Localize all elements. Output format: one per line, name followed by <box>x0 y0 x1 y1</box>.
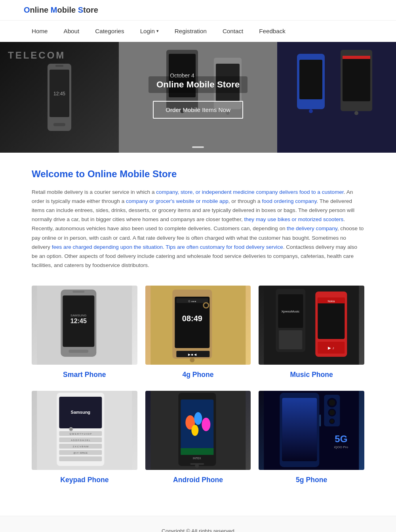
nav-categories[interactable]: Categories <box>87 21 132 42</box>
telecom-text: TELECOM <box>8 50 65 61</box>
main-nav: Home About Categories Login ▾ Registrati… <box>0 21 396 42</box>
hero-title: Online Mobile Store <box>148 76 248 93</box>
nav-home[interactable]: Home <box>24 21 56 42</box>
nav-about[interactable]: About <box>56 21 88 42</box>
main-content: Welcome to Online Mobile Store Retail mo… <box>8 153 388 516</box>
company-website-link[interactable]: company or grocer's website or mobile ap… <box>126 198 228 204</box>
svg-rect-18 <box>343 56 370 101</box>
svg-text:A S D F G H J K L: A S D F G H J K L <box>71 439 90 441</box>
svg-text:@ # ! SPACE: @ # ! SPACE <box>73 452 88 454</box>
samsung-phone-graphic: 12:45 <box>40 62 79 133</box>
svg-rect-25 <box>69 350 88 353</box>
smart-phone-title: Smart Phone <box>32 371 137 379</box>
site-footer: Copyright © All rights reserved <box>0 516 396 532</box>
svg-rect-4 <box>55 65 63 67</box>
music-phone-svg: XpressMusic Nokia ▶ ♪ <box>259 286 364 365</box>
svg-point-38 <box>204 303 208 307</box>
android-phone-image: INTEX <box>145 391 251 470</box>
order-now-button[interactable]: Order Mobile Items Now <box>153 101 243 119</box>
hero-right-graphic <box>277 42 396 153</box>
hero-content: Online Mobile Store Order Mobile Items N… <box>148 76 248 119</box>
svg-text:Nokia: Nokia <box>328 300 335 303</box>
svg-rect-19 <box>343 56 370 59</box>
4g-phone-svg: 08:49 G ●●● ▶ ■ ◀ <box>145 286 251 365</box>
svg-point-69 <box>194 412 202 425</box>
svg-text:Z X C V B N M: Z X C V B N M <box>73 445 88 448</box>
slider-indicator[interactable] <box>192 146 204 148</box>
chevron-down-icon: ▾ <box>156 28 159 34</box>
4g-phone-card: 08:49 G ●●● ▶ ■ ◀ 4g Phone <box>145 286 251 379</box>
svg-text:iQOO Pro: iQOO Pro <box>334 445 348 449</box>
svg-text:12:45: 12:45 <box>53 91 65 97</box>
svg-point-16 <box>309 109 313 113</box>
svg-point-36 <box>190 358 194 362</box>
company-link[interactable]: company, store, or independent medicine … <box>156 189 344 195</box>
5g-phone-card: 5G iQOO Pro 5g Phone <box>259 391 364 484</box>
svg-text:5G: 5G <box>335 434 348 444</box>
svg-point-71 <box>191 425 198 436</box>
svg-rect-89 <box>320 415 321 426</box>
svg-point-20 <box>354 111 358 115</box>
nav-login[interactable]: Login ▾ <box>132 21 167 42</box>
svg-text:G ●●●: G ●●● <box>188 300 196 303</box>
svg-point-86 <box>330 419 334 423</box>
svg-text:Samsung: Samsung <box>71 410 91 415</box>
svg-rect-13 <box>277 42 396 153</box>
smart-phone-card: 12:45 SAMSUNG Smart Phone <box>32 286 137 379</box>
svg-rect-15 <box>299 60 322 99</box>
svg-point-64 <box>70 428 72 430</box>
keypad-phone-title: Keypad Phone <box>32 476 137 484</box>
music-phone-title: Music Phone <box>259 371 364 379</box>
nav-registration[interactable]: Registration <box>167 21 215 42</box>
android-phone-title: Android Phone <box>145 476 251 484</box>
5g-phone-svg: 5G iQOO Pro <box>259 391 364 470</box>
svg-point-84 <box>329 410 335 415</box>
keypad-phone-svg: Samsung Q W E R T Y U I O P A S D F G H … <box>32 391 137 470</box>
hero-right-panel <box>277 42 396 153</box>
food-ordering-link[interactable]: food ordering company <box>262 198 316 204</box>
svg-point-70 <box>202 418 210 431</box>
svg-text:Q W E R T Y U I O P: Q W E R T Y U I O P <box>70 433 92 435</box>
music-phone-image: XpressMusic Nokia ▶ ♪ <box>259 286 364 365</box>
4g-phone-title: 4g Phone <box>145 371 251 379</box>
svg-rect-3 <box>53 123 65 126</box>
svg-text:12:45: 12:45 <box>70 318 87 324</box>
svg-text:XpressMusic: XpressMusic <box>282 310 300 313</box>
svg-text:SAMSUNG: SAMSUNG <box>70 314 86 317</box>
fees-link[interactable]: fees are charged depending upon the situ… <box>52 244 283 250</box>
svg-text:08:49: 08:49 <box>182 314 202 323</box>
keypad-phone-card: Samsung Q W E R T Y U I O P A S D F G H … <box>32 391 137 484</box>
description-text: Retail mobile delivery is a courier serv… <box>32 187 364 270</box>
5g-phone-image: 5G iQOO Pro <box>259 391 364 470</box>
android-phone-card: INTEX Android Phone <box>145 391 251 484</box>
site-header: Online Mobile Store <box>0 0 396 21</box>
svg-rect-72 <box>181 448 213 455</box>
nav-contact[interactable]: Contact <box>215 21 251 42</box>
svg-rect-58 <box>59 456 102 461</box>
svg-text:INTEX: INTEX <box>193 457 201 460</box>
site-logo[interactable]: Online Mobile Store <box>24 6 98 15</box>
delivery-company-link[interactable]: the delivery company <box>287 225 337 231</box>
android-phone-svg: INTEX <box>145 391 251 470</box>
svg-rect-43 <box>279 330 303 349</box>
4g-phone-image: 08:49 G ●●● ▶ ■ ◀ <box>145 286 251 365</box>
svg-rect-45 <box>318 297 345 339</box>
svg-rect-26 <box>72 291 84 293</box>
keypad-phone-image: Samsung Q W E R T Y U I O P A S D F G H … <box>32 391 137 470</box>
smart-phone-svg: 12:45 SAMSUNG <box>32 286 137 365</box>
svg-text:▶ ■ ◀: ▶ ■ ◀ <box>188 353 196 356</box>
welcome-title: Welcome to Online Mobile Store <box>32 168 364 180</box>
svg-point-82 <box>329 399 335 406</box>
bikes-link[interactable]: they may use bikes or motorized scooters <box>244 216 343 222</box>
music-phone-card: XpressMusic Nokia ▶ ♪ Music Phone <box>259 286 364 379</box>
svg-rect-79 <box>282 398 317 461</box>
hero-banner: 12:45 October 4 <box>0 42 396 153</box>
phone-grid: 12:45 SAMSUNG Smart Phone 08:49 <box>32 286 364 484</box>
nav-feedback[interactable]: Feedback <box>251 21 293 42</box>
svg-text:▶ ♪: ▶ ♪ <box>328 346 335 350</box>
smart-phone-image: 12:45 SAMSUNG <box>32 286 137 365</box>
copyright-text: Copyright © All rights reserved <box>12 528 384 532</box>
5g-phone-title: 5g Phone <box>259 476 364 484</box>
svg-point-75 <box>195 464 199 468</box>
